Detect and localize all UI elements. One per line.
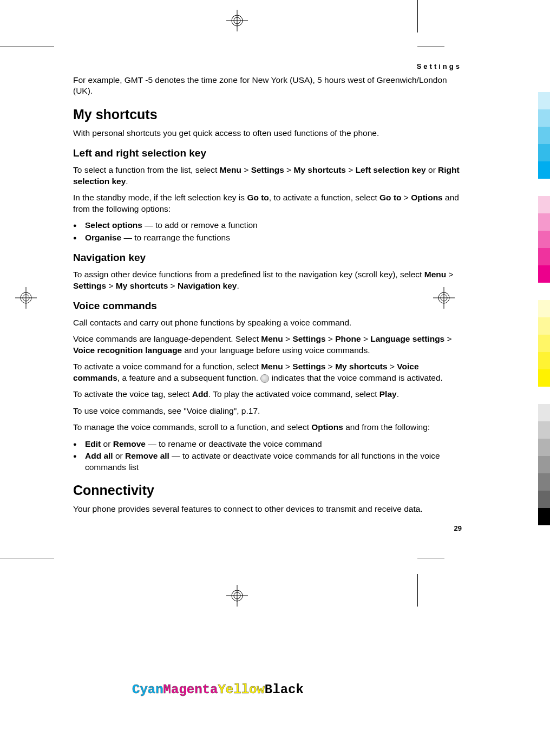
color-swatch [538, 491, 550, 508]
color-swatch [538, 196, 550, 213]
list-item: Select options — to add or remove a func… [73, 220, 462, 231]
crop-mark [417, 0, 418, 32]
body-text: To activate the voice tag, select Add. T… [73, 389, 462, 400]
body-text: Voice commands are language-dependent. S… [73, 334, 462, 356]
color-swatch [538, 387, 550, 404]
heading-navigation-key: Navigation key [73, 252, 462, 264]
body-text: With personal shortcuts you get quick ac… [73, 128, 462, 139]
color-swatch [538, 300, 550, 317]
section-header: Settings [73, 62, 462, 70]
body-text: Your phone provides several features to … [73, 504, 462, 514]
registration-mark-icon [226, 10, 248, 31]
crop-mark [0, 47, 54, 47]
crop-mark [0, 558, 54, 558]
color-swatch [538, 283, 550, 300]
body-text: In the standby mode, if the left selecti… [73, 192, 462, 214]
color-swatch [538, 109, 550, 127]
voice-command-icon [260, 374, 269, 383]
body-text: Call contacts and carry out phone functi… [73, 317, 462, 328]
cmyk-label: CyanMagentaYellowBlack [132, 682, 304, 697]
heading-voice-commands: Voice commands [73, 300, 462, 312]
color-swatch [538, 439, 550, 456]
crop-mark [417, 574, 418, 607]
color-swatch [538, 144, 550, 161]
list-item: Edit or Remove — to rename or deactivate… [73, 439, 462, 449]
body-text: To use voice commands, see "Voice dialin… [73, 406, 462, 416]
color-swatch [538, 92, 550, 109]
color-swatch [538, 404, 550, 421]
list-item: Organise — to rearrange the functions [73, 232, 462, 243]
color-swatch [538, 248, 550, 265]
color-swatch [538, 213, 550, 231]
options-list: Edit or Remove — to rename or deactivate… [73, 439, 462, 473]
color-swatch [538, 473, 550, 491]
color-swatch [538, 179, 550, 196]
color-swatch [538, 456, 550, 473]
body-text: To select a function from the list, sele… [73, 165, 462, 187]
color-swatch [538, 317, 550, 335]
color-calibration-bars [538, 92, 550, 525]
color-swatch [538, 335, 550, 352]
color-swatch [538, 265, 550, 283]
color-swatch [538, 508, 550, 525]
color-swatch [538, 161, 550, 179]
crop-mark [417, 558, 444, 558]
options-list: Select options — to add or remove a func… [73, 220, 462, 243]
heading-connectivity: Connectivity [73, 483, 462, 498]
heading-left-right-selection: Left and right selection key [73, 147, 462, 159]
intro-paragraph: For example, GMT -5 denotes the time zon… [73, 75, 462, 97]
color-swatch [538, 127, 550, 144]
registration-mark-icon [226, 585, 248, 607]
color-swatch [538, 231, 550, 248]
page-number: 29 [73, 524, 462, 532]
color-swatch [538, 421, 550, 439]
color-swatch [538, 369, 550, 387]
color-swatch [538, 352, 550, 369]
crop-mark [417, 47, 444, 47]
body-text: To assign other device functions from a … [73, 269, 462, 291]
list-item: Add all or Remove all — to activate or d… [73, 451, 462, 473]
page-content: Settings For example, GMT -5 denotes the… [73, 62, 462, 532]
body-text: To manage the voice commands, scroll to … [73, 422, 462, 433]
body-text: To activate a voice command for a functi… [73, 361, 462, 383]
registration-mark-icon [15, 287, 37, 309]
heading-my-shortcuts: My shortcuts [73, 107, 462, 122]
